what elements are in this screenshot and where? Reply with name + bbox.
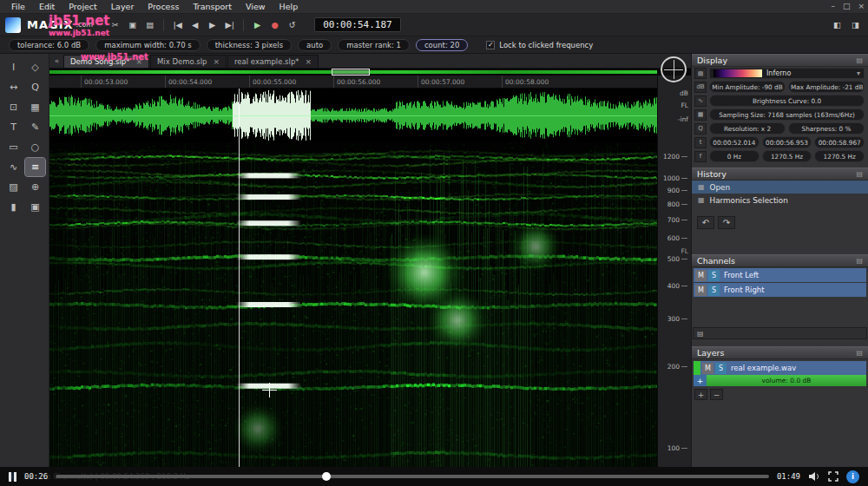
resolution-field[interactable]: Resolution: x 2	[709, 122, 786, 135]
layers-panel-header[interactable]: Layers ▤	[692, 346, 868, 359]
freehand-select-tool[interactable]: ∿	[3, 158, 23, 176]
layer-volume-icon[interactable]: +	[694, 375, 707, 386]
spectrogram-canvas[interactable]	[49, 142, 657, 467]
player-seek-bar[interactable]	[56, 475, 769, 478]
lock-frequency-checkbox[interactable]: ✓	[486, 41, 495, 49]
brightness-curve-field[interactable]: Brightness Curve: 0.0	[709, 95, 865, 107]
setting-field[interactable]: tolerance: 6.0 dB	[9, 39, 89, 51]
clone-stamp-tool[interactable]: ⊕	[25, 178, 45, 196]
loop-icon[interactable]: ↺	[285, 17, 299, 33]
menu-item[interactable]: Project	[62, 1, 103, 12]
min-amplitude-field[interactable]: Min Amplitude: -90 dB	[709, 81, 786, 93]
sampling-size-field[interactable]: Sampling Size: 7168 samples (163ms/6Hz)	[709, 108, 865, 121]
Front Left[interactable]: M S Front Left	[694, 268, 866, 282]
pointer-tool[interactable]: ◇	[25, 58, 45, 76]
marker-tool[interactable]: T	[3, 118, 23, 136]
menu-item[interactable]: View	[240, 1, 272, 12]
redo-icon[interactable]: ↷	[718, 216, 735, 229]
go-to-end-icon[interactable]: ▶|	[222, 17, 237, 33]
layer-solo-button[interactable]: S	[715, 363, 727, 374]
draw-tool[interactable]: ✎	[25, 118, 45, 136]
solo-button[interactable]: S	[708, 285, 720, 296]
display-panel-header[interactable]: Display ▤	[692, 54, 868, 67]
toolbar-separator[interactable]	[163, 19, 164, 31]
toolbar-separator[interactable]	[243, 19, 244, 31]
waveform-canvas[interactable]	[49, 89, 657, 142]
collapse-panel-icon[interactable]: «	[51, 56, 62, 65]
solo-button[interactable]: S	[708, 270, 720, 281]
layout-left-icon[interactable]: ◧	[830, 17, 845, 33]
remove-layer-icon[interactable]: −	[710, 389, 723, 400]
minimize-icon[interactable]: –	[831, 2, 835, 10]
lasso-select-tool[interactable]: ○	[25, 138, 45, 156]
step-back-icon[interactable]: ◀	[187, 17, 202, 33]
eraser-tool[interactable]: ▨	[3, 178, 23, 196]
tab-close-icon[interactable]: ×	[306, 57, 312, 66]
cut-icon[interactable]: ✂	[108, 17, 122, 33]
menu-item[interactable]: Process	[141, 1, 185, 12]
copy-icon[interactable]: ▣	[125, 17, 140, 33]
undo-icon[interactable]: ↶	[697, 216, 714, 229]
time-select-tool[interactable]: I	[3, 58, 23, 76]
channels-panel-header[interactable]: Channels ▤	[692, 254, 868, 267]
Front Right[interactable]: M S Front Right	[694, 283, 866, 297]
setting-field[interactable]: maximum width: 0.70 s	[95, 39, 201, 51]
document-tab[interactable]: real example.slp* ×	[227, 55, 319, 68]
navigation-target-icon[interactable]	[661, 56, 687, 82]
pause-icon[interactable]	[9, 472, 16, 482]
menu-item[interactable]: Transport	[187, 1, 238, 12]
tab-close-icon[interactable]: ×	[213, 57, 220, 66]
brush-tool[interactable]: ▮	[3, 198, 23, 216]
mute-button[interactable]: M	[695, 285, 707, 296]
max-amplitude-field[interactable]: Max Amplitude: -21 dB	[788, 81, 865, 93]
time-unit-icon[interactable]: t	[694, 137, 707, 148]
setting-field[interactable]: thickness: 3 pixels	[207, 39, 292, 51]
zoom-tool[interactable]: Q	[25, 78, 45, 96]
layer-color-chip[interactable]	[694, 361, 700, 375]
document-tab[interactable]: Mix Demo.slp ×	[150, 55, 227, 68]
layer-row[interactable]: M S real example.wav	[694, 361, 866, 375]
timeline-overview[interactable]	[49, 69, 691, 76]
record-icon[interactable]: ●	[267, 17, 282, 33]
history-item[interactable]: ▦ Harmonics Selection	[692, 194, 868, 207]
list-icon[interactable]: ▤	[697, 330, 704, 338]
freq-unit-icon[interactable]: f	[694, 151, 707, 162]
menu-item[interactable]: Layer	[105, 1, 141, 12]
crop-tool[interactable]: ⊡	[3, 98, 23, 116]
pan-tool[interactable]: ↔	[3, 78, 23, 96]
fullscreen-icon[interactable]	[828, 471, 838, 482]
step-forward-icon[interactable]: ▶	[205, 17, 220, 33]
transform-tool[interactable]: ▦	[25, 98, 45, 116]
cube-3d-tool[interactable]: ▣	[25, 198, 45, 216]
history-panel-header[interactable]: History ▤	[692, 167, 868, 181]
menu-item[interactable]: Edit	[33, 1, 61, 12]
harmonics-select-tool[interactable]: ≡	[25, 158, 45, 176]
volume-icon[interactable]	[808, 471, 820, 482]
go-to-start-icon[interactable]: |◀	[170, 17, 185, 33]
paste-icon[interactable]: ▤	[142, 17, 157, 33]
history-item[interactable]: ▦ Open	[692, 181, 868, 194]
overview-scroll-thumb[interactable]	[332, 69, 370, 76]
colormap-icon[interactable]: ▤	[694, 68, 707, 79]
colormap-select[interactable]: Inferno ▾	[709, 68, 865, 79]
play-icon[interactable]: ▶	[250, 17, 265, 33]
playhead[interactable]	[239, 89, 240, 467]
mute-button[interactable]: M	[695, 270, 707, 281]
player-progress-thumb[interactable]	[322, 472, 331, 481]
brightness-curve-icon[interactable]: ∿	[694, 95, 707, 107]
setting-field[interactable]: auto	[298, 39, 332, 51]
sampling-grid-icon[interactable]: ▦	[694, 109, 707, 121]
layer-mute-button[interactable]: M	[702, 363, 713, 374]
resolution-zoom-icon[interactable]: Q	[694, 123, 707, 135]
layer-volume-slider[interactable]: volume: 0.0 dB	[707, 375, 866, 386]
lock-frequency-option[interactable]: ✓ Lock to clicked frequency	[486, 41, 593, 49]
setting-field[interactable]: master rank: 1	[338, 39, 410, 51]
time-ruler[interactable]: 00:00:53.00000:00:54.00000:00:55.00000:0…	[49, 76, 657, 89]
rect-select-tool[interactable]: ▭	[3, 138, 23, 156]
sharpness-field[interactable]: Sharpness: 0 %	[788, 122, 865, 135]
frequency-scale[interactable]: 12001000900800700600500400300200100	[658, 142, 691, 467]
amplitude-icon[interactable]: dB	[694, 82, 707, 93]
add-layer-icon[interactable]: +	[694, 389, 707, 400]
layout-split-icon[interactable]: ◨	[848, 17, 863, 33]
close-icon[interactable]: ×	[858, 2, 865, 10]
